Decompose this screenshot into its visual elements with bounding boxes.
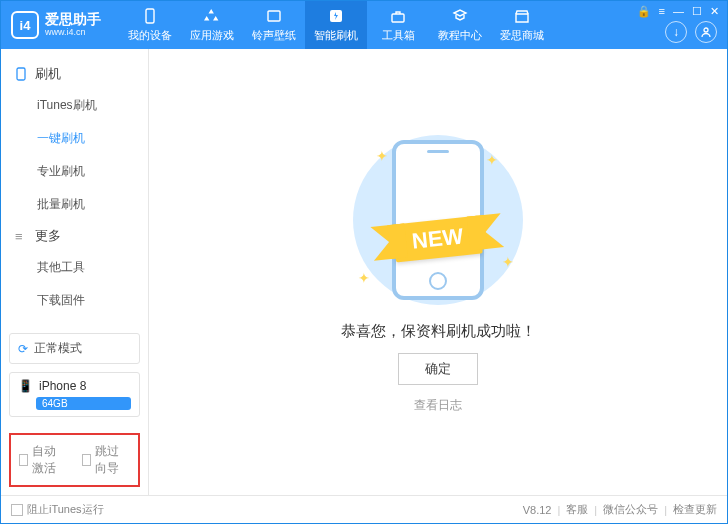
svg-rect-3 — [392, 14, 404, 22]
sidebar-item-batch-flash[interactable]: 批量刷机 — [1, 188, 148, 221]
main-panel: ✦ ✦ ✦ ✦ NEW 恭喜您，保资料刷机成功啦！ 确定 查看日志 — [149, 49, 727, 495]
logo-icon: i4 — [11, 11, 39, 39]
app-window: i4 爱思助手 www.i4.cn 我的设备 应用游戏 铃声壁纸 智能刷机 — [0, 0, 728, 524]
sparkle-icon: ✦ — [502, 254, 514, 270]
checkbox-label: 阻止iTunes运行 — [27, 502, 104, 517]
minimize-button[interactable]: — — [673, 5, 684, 18]
user-controls: ↓ — [665, 21, 717, 43]
check-update-link[interactable]: 检查更新 — [673, 502, 717, 517]
menu-icon[interactable]: ≡ — [659, 5, 665, 18]
checkbox-auto-activate[interactable]: 自动激活 — [19, 443, 68, 477]
sidebar-item-itunes-flash[interactable]: iTunes刷机 — [1, 89, 148, 122]
window-controls: 🔒 ≡ — ☐ ✕ — [637, 5, 719, 18]
maximize-button[interactable]: ☐ — [692, 5, 702, 18]
nav-toolbox[interactable]: 工具箱 — [367, 1, 429, 49]
nav-smart-flash[interactable]: 智能刷机 — [305, 1, 367, 49]
sidebar-item-advanced[interactable]: 高级功能 — [1, 317, 148, 325]
sidebar-item-other-tools[interactable]: 其他工具 — [1, 251, 148, 284]
mode-label: 正常模式 — [34, 340, 82, 357]
section-more[interactable]: ≡ 更多 — [1, 221, 148, 251]
nav-label: 铃声壁纸 — [252, 28, 296, 43]
success-hero: ✦ ✦ ✦ ✦ NEW 恭喜您，保资料刷机成功啦！ 确定 查看日志 — [318, 130, 558, 414]
section-title: 刷机 — [35, 65, 61, 83]
phone-outline-icon — [15, 67, 29, 81]
storage-badge: 64GB — [36, 397, 131, 410]
nav-label: 爱思商城 — [500, 28, 544, 43]
success-message: 恭喜您，保资料刷机成功啦！ — [341, 322, 536, 341]
nav-store[interactable]: 爱思商城 — [491, 1, 553, 49]
sidebar: 刷机 iTunes刷机 一键刷机 专业刷机 批量刷机 ≡ 更多 其他工具 下载固… — [1, 49, 149, 495]
download-icon[interactable]: ↓ — [665, 21, 687, 43]
support-link[interactable]: 客服 — [566, 502, 588, 517]
checkbox-label: 自动激活 — [32, 443, 67, 477]
nav-label: 工具箱 — [382, 28, 415, 43]
sparkle-icon: ✦ — [376, 148, 388, 164]
checkbox-skip-guide[interactable]: 跳过向导 — [82, 443, 131, 477]
apps-icon — [203, 7, 221, 25]
flash-icon — [327, 7, 345, 25]
nav-label: 应用游戏 — [190, 28, 234, 43]
sidebar-item-pro-flash[interactable]: 专业刷机 — [1, 155, 148, 188]
brand-name: 爱思助手 — [45, 12, 101, 27]
lock-icon[interactable]: 🔒 — [637, 5, 651, 18]
close-button[interactable]: ✕ — [710, 5, 719, 18]
nav-tutorials[interactable]: 教程中心 — [429, 1, 491, 49]
nav-label: 我的设备 — [128, 28, 172, 43]
device-card[interactable]: 📱 iPhone 8 64GB — [9, 372, 140, 417]
section-title: 更多 — [35, 227, 61, 245]
brand-logo[interactable]: i4 爱思助手 www.i4.cn — [1, 11, 111, 39]
phone-illustration: ✦ ✦ ✦ ✦ NEW — [318, 130, 558, 310]
titlebar: i4 爱思助手 www.i4.cn 我的设备 应用游戏 铃声壁纸 智能刷机 — [1, 1, 727, 49]
body: 刷机 iTunes刷机 一键刷机 专业刷机 批量刷机 ≡ 更多 其他工具 下载固… — [1, 49, 727, 495]
more-icon: ≡ — [15, 229, 29, 244]
checkbox-block-itunes[interactable]: 阻止iTunes运行 — [11, 502, 104, 517]
sparkle-icon: ✦ — [486, 152, 498, 168]
device-name: iPhone 8 — [39, 379, 86, 393]
brand-url: www.i4.cn — [45, 28, 101, 38]
svg-rect-0 — [146, 9, 154, 23]
svg-rect-1 — [268, 11, 280, 21]
phone-icon — [141, 7, 159, 25]
refresh-icon: ⟳ — [18, 342, 28, 356]
nav-label: 教程中心 — [438, 28, 482, 43]
svg-rect-5 — [17, 68, 25, 80]
wechat-link[interactable]: 微信公众号 — [603, 502, 658, 517]
version-label: V8.12 — [523, 504, 552, 516]
mode-status[interactable]: ⟳ 正常模式 — [9, 333, 140, 364]
wallpaper-icon — [265, 7, 283, 25]
checkbox-label: 跳过向导 — [95, 443, 130, 477]
nav-my-device[interactable]: 我的设备 — [119, 1, 181, 49]
sidebar-item-download-firmware[interactable]: 下载固件 — [1, 284, 148, 317]
nav-ringtones[interactable]: 铃声壁纸 — [243, 1, 305, 49]
svg-point-4 — [704, 28, 708, 32]
statusbar: 阻止iTunes运行 V8.12 | 客服 | 微信公众号 | 检查更新 — [1, 495, 727, 523]
device-icon: 📱 — [18, 379, 33, 393]
view-log-link[interactable]: 查看日志 — [414, 397, 462, 414]
tutorial-icon — [451, 7, 469, 25]
nav-apps-games[interactable]: 应用游戏 — [181, 1, 243, 49]
toolbox-icon — [389, 7, 407, 25]
user-icon[interactable] — [695, 21, 717, 43]
sidebar-item-oneclick-flash[interactable]: 一键刷机 — [1, 122, 148, 155]
nav-label: 智能刷机 — [314, 28, 358, 43]
checkbox-row-highlighted: 自动激活 跳过向导 — [9, 433, 140, 487]
top-nav: 我的设备 应用游戏 铃声壁纸 智能刷机 工具箱 教程中心 — [119, 1, 553, 49]
confirm-button[interactable]: 确定 — [398, 353, 478, 385]
section-flash[interactable]: 刷机 — [1, 59, 148, 89]
sparkle-icon: ✦ — [358, 270, 370, 286]
store-icon — [513, 7, 531, 25]
